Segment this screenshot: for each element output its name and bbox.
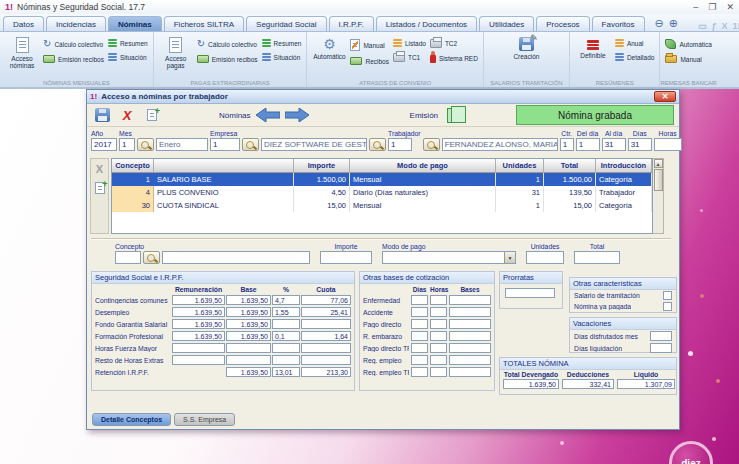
empresa-field[interactable]: 1: [210, 138, 240, 151]
dias-field[interactable]: [411, 331, 428, 341]
tab-procesos[interactable]: Procesos: [536, 16, 589, 31]
ribbon-definible-button[interactable]: Definible: [573, 35, 613, 76]
horas-field[interactable]: [430, 343, 447, 353]
tab-detalle-conceptos[interactable]: Detalle Conceptos: [92, 413, 171, 426]
window-layout-icon[interactable]: ▭: [698, 21, 707, 31]
ribbon-emision-recibos-button[interactable]: Emisión recibos: [43, 55, 104, 63]
pct-field[interactable]: 0,1: [272, 331, 300, 341]
restore-button[interactable]: ❐: [708, 1, 716, 13]
pct-field[interactable]: [272, 355, 300, 365]
tab-utilidades[interactable]: Utilidades: [479, 16, 534, 31]
prorratas-field[interactable]: [505, 288, 555, 298]
base-field[interactable]: [226, 343, 271, 353]
bases-field[interactable]: [449, 331, 491, 341]
ribbon-situacion-button[interactable]: Situación: [108, 53, 148, 61]
cuota-field[interactable]: 1,64: [301, 331, 351, 341]
tab-irpf[interactable]: I.R.P.F.: [329, 16, 374, 31]
al-dia-field[interactable]: 31: [602, 138, 626, 151]
scroll-up-icon[interactable]: ▲: [654, 159, 663, 168]
horas-field[interactable]: [654, 138, 682, 151]
ribbon-creacion-button[interactable]: ✎ Creación: [498, 35, 554, 76]
base-field[interactable]: 1.639,50: [226, 295, 271, 305]
entry-concepto-field[interactable]: [115, 251, 141, 264]
ribbon-resumen-button[interactable]: Resumen: [108, 39, 148, 47]
bases-field[interactable]: [449, 343, 491, 353]
pct-field[interactable]: 4,7: [272, 295, 300, 305]
tab-incidencias[interactable]: Incidencias: [46, 16, 106, 31]
bases-field[interactable]: [449, 367, 491, 377]
base-field[interactable]: 1.639,50: [226, 319, 271, 329]
close-window-icon[interactable]: X: [721, 21, 727, 31]
ribbon-calculo-colectivo-button[interactable]: ↻Cálculo colectivo: [43, 39, 104, 49]
ribbon-resumen-button[interactable]: Resumen: [262, 39, 302, 47]
zoom-in-icon[interactable]: ⊕: [669, 17, 678, 30]
scroll-thumb[interactable]: [654, 169, 663, 191]
entry-concepto-name-field[interactable]: [162, 251, 310, 264]
table-row[interactable]: 30 CUOTA SINDICAL 15,00 Mensual 1 15,00 …: [112, 199, 652, 212]
concepto-search-icon[interactable]: [143, 251, 160, 264]
ano-field[interactable]: 2017: [91, 138, 117, 151]
dialog-close-button[interactable]: ✕: [654, 91, 676, 102]
delete-button[interactable]: X: [117, 106, 137, 125]
ctr-field[interactable]: 1: [560, 138, 574, 151]
delete-row-button[interactable]: X: [92, 161, 107, 176]
minimize-button[interactable]: –: [693, 1, 698, 13]
pct-field[interactable]: 13,01: [272, 367, 300, 377]
cuota-field[interactable]: [301, 355, 351, 365]
ribbon-detallado-button[interactable]: Detallado: [615, 53, 654, 61]
mes-search-icon[interactable]: [137, 138, 154, 151]
dias-disfrutados-field[interactable]: [650, 331, 672, 341]
empresa-name-search-icon[interactable]: [369, 138, 386, 151]
save-button[interactable]: [92, 106, 112, 125]
cuota-field[interactable]: 77,06: [301, 295, 351, 305]
new-record-button[interactable]: +: [142, 106, 162, 125]
entry-modo-select[interactable]: ▼: [382, 251, 516, 264]
pct-field[interactable]: 1,55: [272, 307, 300, 317]
dias-field[interactable]: [411, 343, 428, 353]
pct-field[interactable]: [272, 343, 300, 353]
ribbon-manual-remesa-button[interactable]: Manual: [665, 55, 712, 63]
cuota-field[interactable]: [301, 343, 351, 353]
tab-nominas[interactable]: Nóminas: [108, 16, 162, 31]
trabajador-search-icon[interactable]: [423, 138, 440, 151]
remuneracion-field[interactable]: [172, 355, 225, 365]
horas-field[interactable]: [430, 355, 447, 365]
empresa-search-icon[interactable]: [242, 138, 259, 151]
bases-field[interactable]: [449, 319, 491, 329]
horas-field[interactable]: [430, 307, 447, 317]
ribbon-sistema-red-button[interactable]: Sistema RED: [430, 54, 478, 63]
next-arrow-button[interactable]: [285, 108, 309, 122]
dias-field[interactable]: [411, 319, 428, 329]
bases-field[interactable]: [449, 307, 491, 317]
ribbon-emision-recibos-button[interactable]: Emisión recibos: [197, 55, 258, 63]
grid-scrollbar[interactable]: ▲: [653, 158, 664, 234]
cuota-field[interactable]: 213,30: [301, 367, 351, 377]
tab-listados-documentos[interactable]: Listados / Documentos: [376, 16, 477, 31]
close-button[interactable]: ✕: [726, 1, 734, 13]
salario-tramitacion-checkbox[interactable]: [663, 291, 672, 300]
horas-field[interactable]: [430, 319, 447, 329]
ribbon-recibos-button[interactable]: Recibos: [350, 57, 388, 65]
ribbon-acceso-pagas-button[interactable]: Acceso pagas: [157, 35, 195, 76]
remuneracion-field[interactable]: [172, 343, 225, 353]
tab-seguridad-social[interactable]: Seguridad Social: [246, 16, 326, 31]
horas-field[interactable]: [430, 367, 447, 377]
entry-total-field[interactable]: [574, 251, 620, 264]
dias-liquidacion-field[interactable]: [650, 343, 672, 353]
table-row[interactable]: 4 PLUS CONVENIO 4,50 Diario (Días natura…: [112, 186, 652, 199]
nomina-pagada-checkbox[interactable]: [663, 302, 672, 311]
ribbon-tc2-button[interactable]: TC2: [430, 39, 478, 48]
ribbon-anual-button[interactable]: Anual: [615, 39, 654, 47]
dias-field[interactable]: [411, 367, 428, 377]
ribbon-calculo-colectivo-button[interactable]: ↻Cálculo colectivo: [197, 39, 258, 49]
horas-field[interactable]: [430, 331, 447, 341]
remuneracion-field[interactable]: 1.639,50: [172, 331, 225, 341]
table-row[interactable]: 1 SALARIO BASE 1.500,00 Mensual 1 1.500,…: [112, 173, 652, 186]
dias-field[interactable]: [411, 307, 428, 317]
cuota-field[interactable]: 25,41: [301, 307, 351, 317]
remuneracion-field[interactable]: 1.639,50: [172, 307, 225, 317]
remuneracion-field[interactable]: 1.639,50: [172, 319, 225, 329]
ribbon-situacion-button[interactable]: Situación: [262, 53, 302, 61]
base-field[interactable]: [226, 355, 271, 365]
signature-icon[interactable]: ƒ: [711, 21, 716, 31]
